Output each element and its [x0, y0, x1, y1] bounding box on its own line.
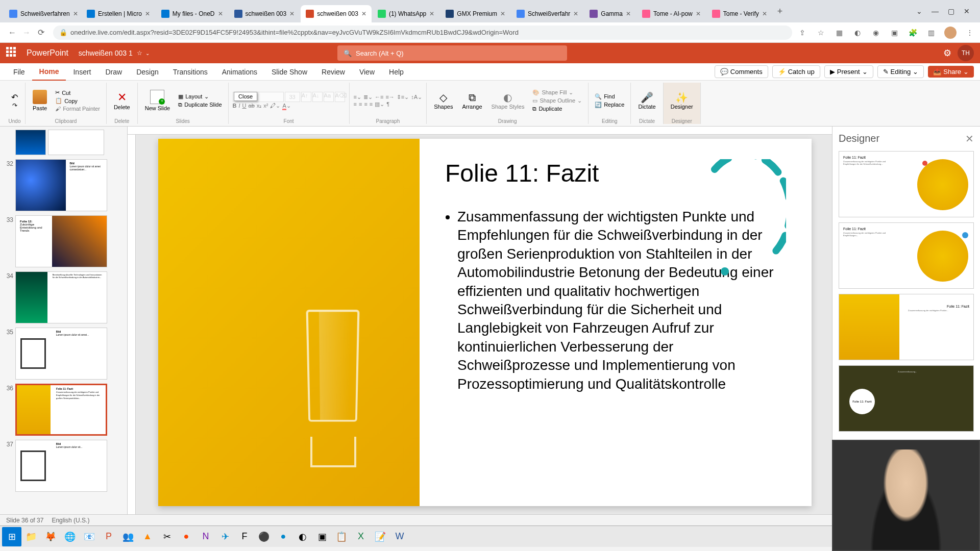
change-case-icon[interactable]: Aa	[324, 92, 334, 102]
slide-thumbnail-35[interactable]: 35BildLorem ipsum dolor sit amet...	[3, 328, 124, 380]
ext-icon-4[interactable]: ▣	[889, 28, 899, 38]
slide-thumbnail-36[interactable]: 36Folie 11: FazitZusammenfassung der wic…	[3, 384, 124, 436]
browser-tab-7[interactable]: Schweißverfahr✕	[511, 5, 583, 22]
tab-close-icon[interactable]: ✕	[626, 10, 631, 17]
teams-icon[interactable]: 👥	[118, 527, 138, 546]
app-icon-5[interactable]: ▣	[312, 527, 332, 546]
ribbon-tab-transitions[interactable]: Transitions	[166, 63, 215, 81]
close-window-icon[interactable]: ✕	[964, 7, 970, 15]
explorer-icon[interactable]: 📁	[21, 527, 41, 546]
replace-button[interactable]: 🔄 Replace	[593, 101, 626, 109]
tab-close-icon[interactable]: ✕	[500, 10, 505, 17]
increase-indent-icon[interactable]: ≡→	[385, 94, 394, 101]
clear-format-icon[interactable]: A⌫	[335, 92, 345, 102]
start-button[interactable]: ⊞	[2, 527, 21, 546]
tab-close-icon[interactable]: ✕	[696, 10, 701, 17]
ribbon-tab-view[interactable]: View	[352, 63, 382, 81]
font-size-select[interactable]: 33	[285, 92, 300, 102]
app-icon-4[interactable]: ◐	[293, 527, 312, 546]
tab-close-icon[interactable]: ✕	[289, 10, 295, 17]
browser-tab-2[interactable]: My files - OneD✕	[156, 5, 228, 22]
designer-option-4[interactable]: Folie 11: Fazit Zusammenfassung...	[839, 365, 974, 432]
search-input[interactable]: 🔍 Search (Alt + Q)	[337, 45, 567, 61]
ribbon-tab-file[interactable]: File	[6, 63, 32, 81]
justify-icon[interactable]: ≡	[370, 101, 373, 108]
firefox-icon[interactable]: 🦊	[41, 527, 60, 546]
favorite-star-icon[interactable]: ☆	[137, 49, 142, 57]
new-tab-button[interactable]: +	[777, 6, 783, 17]
designer-option-2[interactable]: Folie 11: Fazit Zusammenfassung der wich…	[839, 222, 974, 289]
excel-icon[interactable]: X	[351, 527, 371, 546]
ext-icon-2[interactable]: ◐	[852, 28, 863, 38]
decrease-font-icon[interactable]: A↓	[312, 92, 323, 102]
share-button[interactable]: 📤 Share ⌄	[928, 66, 974, 78]
designer-option-3[interactable]: Folie 11: Fazit Zusammenfassung der wich…	[839, 294, 974, 360]
shapes-button[interactable]: ◇Shapes	[431, 90, 456, 111]
columns-icon[interactable]: ▥⌄	[375, 101, 384, 108]
outlook-icon[interactable]: 📧	[80, 527, 99, 546]
bold-button[interactable]: B	[233, 103, 237, 109]
shape-fill-button[interactable]: 🎨 Shape Fill ⌄	[530, 89, 584, 96]
rtl-icon[interactable]: ¶	[386, 101, 389, 108]
tab-close-icon[interactable]: ✕	[573, 10, 578, 17]
obs-icon[interactable]: ⚫	[254, 527, 274, 546]
slide-thumbnail-37[interactable]: 37BildLorem ipsum dolor sit...	[3, 440, 124, 492]
extensions-icon[interactable]: 🧩	[908, 28, 918, 38]
app-launcher-icon[interactable]	[6, 47, 18, 59]
layout-button[interactable]: ▦ Layout ⌄	[176, 93, 224, 101]
browser-tab-5[interactable]: (1) WhatsApp✕	[373, 5, 439, 22]
profile-avatar-icon[interactable]	[944, 27, 957, 39]
increase-font-icon[interactable]: A↑	[301, 92, 311, 102]
app-icon-3[interactable]: ●	[274, 527, 293, 546]
doc-menu-chevron-icon[interactable]: ⌄	[145, 51, 150, 56]
highlight-button[interactable]: 🖍⌄	[270, 103, 280, 109]
copy-button[interactable]: 📋 Copy	[53, 97, 102, 105]
snip-icon[interactable]: ✂	[157, 527, 177, 546]
tab-close-icon[interactable]: ✕	[762, 10, 767, 17]
ribbon-tab-help[interactable]: Help	[382, 63, 411, 81]
align-center-icon[interactable]: ≡	[359, 101, 362, 108]
chevron-down-icon[interactable]: ⌄	[916, 7, 922, 15]
format-painter-button[interactable]: 🖌 Format Painter	[53, 105, 102, 112]
browser-tab-1[interactable]: Erstellen | Micro✕	[82, 5, 155, 22]
dictate-button[interactable]: 🎤Dictate	[635, 90, 658, 111]
cut-button[interactable]: ✂ Cut	[53, 89, 102, 96]
slide[interactable]: Folie 11: Fazit Zusammenfassung der wich…	[158, 139, 812, 506]
app-icon-1[interactable]: ●	[177, 527, 196, 546]
new-slide-button[interactable]: + New Slide	[142, 89, 174, 112]
slide-canvas[interactable]: Folie 11: Fazit Zusammenfassung der wich…	[128, 127, 832, 514]
forward-button[interactable]: →	[19, 26, 34, 40]
underline-button[interactable]: U	[242, 103, 247, 109]
ribbon-tab-animations[interactable]: Animations	[215, 63, 264, 81]
align-left-icon[interactable]: ≡	[354, 101, 357, 108]
ribbon-tab-review[interactable]: Review	[314, 63, 352, 81]
onenote-icon[interactable]: N	[196, 527, 215, 546]
strikethrough-button[interactable]: ab	[249, 103, 255, 109]
url-input[interactable]: 🔒 onedrive.live.com/edit.aspx?resid=3DE0…	[53, 26, 792, 40]
find-button[interactable]: 🔍 Find	[593, 93, 626, 101]
tab-close-icon[interactable]: ✕	[361, 10, 366, 17]
bullets-icon[interactable]: ≡⌄	[354, 94, 361, 101]
duplicate-button[interactable]: ⧉ Duplicate	[530, 105, 584, 113]
minimize-icon[interactable]: —	[932, 7, 939, 15]
vlc-icon[interactable]: ▲	[138, 527, 157, 546]
italic-button[interactable]: I	[239, 103, 240, 109]
chrome-icon[interactable]: 🌐	[60, 527, 80, 546]
telegram-icon[interactable]: ✈	[215, 527, 235, 546]
editing-button[interactable]: ✎ Editing ⌄	[877, 65, 924, 78]
designer-option-1[interactable]: Folie 11: Fazit Zusammenfassung der wich…	[839, 151, 974, 217]
present-button[interactable]: ▶ Present ⌄	[824, 65, 873, 78]
document-name[interactable]: schweißen 003 1	[79, 49, 133, 57]
tab-close-icon[interactable]: ✕	[145, 10, 150, 17]
arrange-button[interactable]: ⧉Arrange	[459, 91, 485, 111]
sidepanel-icon[interactable]: ▥	[926, 28, 936, 38]
ribbon-tab-home[interactable]: Home	[32, 63, 66, 81]
slide-thumbnail-34[interactable]: 34Bereitstellung aktueller Technologien …	[3, 271, 124, 323]
decrease-indent-icon[interactable]: ←≡	[375, 94, 383, 101]
ribbon-tab-slide-show[interactable]: Slide Show	[264, 63, 314, 81]
browser-tab-4[interactable]: schweißen 003✕	[301, 5, 372, 22]
share-icon[interactable]: ⇪	[797, 28, 807, 38]
close-designer-icon[interactable]: ✕	[965, 133, 974, 145]
back-button[interactable]: ←	[5, 26, 19, 40]
app-icon-6[interactable]: 📋	[332, 527, 351, 546]
